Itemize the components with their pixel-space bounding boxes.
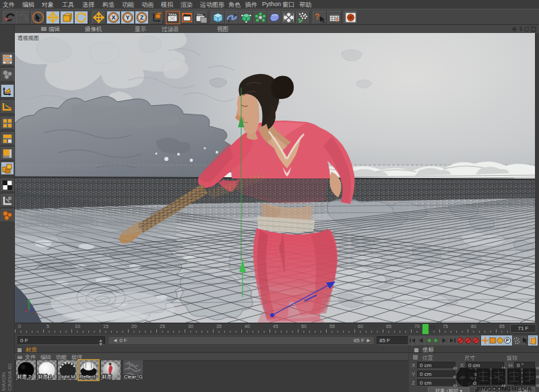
svg-text:材质 1: 材质 1 xyxy=(38,374,52,380)
svg-text:CINEMA 4D: CINEMA 4D xyxy=(7,363,13,391)
svg-text:Z: Z xyxy=(31,305,33,309)
svg-text:71: 71 xyxy=(430,325,435,330)
svg-text:材质 2: 材质 2 xyxy=(17,374,31,380)
svg-text:?: ? xyxy=(335,17,339,24)
svg-text:Reflect: Reflect xyxy=(80,374,96,380)
svg-text:?: ? xyxy=(315,12,319,22)
svg-text:Clear_G: Clear_G xyxy=(124,374,143,380)
svg-text:X: X xyxy=(111,14,115,21)
svg-text:P: P xyxy=(506,338,509,343)
svg-text:MAXON: MAXON xyxy=(1,372,7,391)
svg-text:Z: Z xyxy=(140,14,144,21)
svg-text:Light M: Light M xyxy=(59,374,75,380)
svg-text:材质: 材质 xyxy=(102,374,112,380)
svg-text:Y: Y xyxy=(125,14,129,21)
svg-text:YINGDONGMEDIA: YINGDONGMEDIA xyxy=(476,385,532,391)
svg-text:透视视图: 透视视图 xyxy=(18,35,39,41)
